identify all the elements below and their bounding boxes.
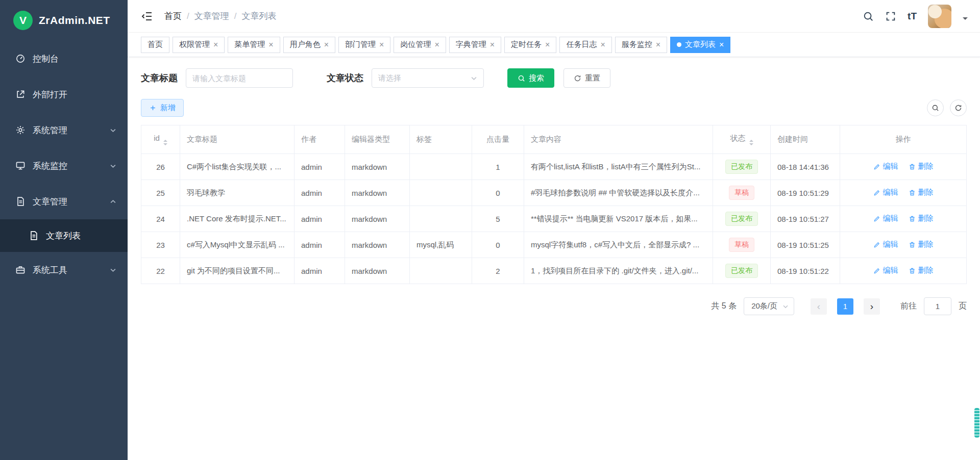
tab-label: 服务监控 <box>622 40 652 49</box>
sidebar-item-system-tools[interactable]: 系统工具 <box>0 252 128 288</box>
tab-close-icon[interactable]: × <box>656 41 660 49</box>
editor-cell: markdown <box>345 154 410 180</box>
delete-button[interactable]: 删除 <box>909 266 934 275</box>
tab-close-icon[interactable]: × <box>545 41 550 49</box>
tab-用户角色[interactable]: 用户角色× <box>283 37 335 53</box>
chevron-down-icon <box>782 303 789 310</box>
delete-button-label: 删除 <box>918 240 934 249</box>
article-status-select[interactable]: 请选择 <box>372 68 484 88</box>
tab-close-icon[interactable]: × <box>719 41 724 49</box>
pagination: 共 5 条 20条/页 ‹ 1 › 前往 页 <box>141 297 967 315</box>
tab-close-icon[interactable]: × <box>324 41 329 49</box>
tab-菜单管理[interactable]: 菜单管理× <box>228 37 280 53</box>
edit-button[interactable]: 编辑 <box>873 240 898 249</box>
tab-首页[interactable]: 首页 <box>141 37 169 53</box>
breadcrumb-home[interactable]: 首页 <box>164 10 182 22</box>
edit-icon <box>873 215 880 222</box>
sidebar-item-system-admin[interactable]: 系统管理 <box>0 112 128 148</box>
sidebar-item-article-admin[interactable]: 文章管理 <box>0 184 128 219</box>
editor-cell: markdown <box>345 258 410 284</box>
hits-cell: 0 <box>472 180 524 206</box>
edit-button-label: 编辑 <box>883 188 898 197</box>
prev-page-button[interactable]: ‹ <box>811 298 827 315</box>
tab-权限管理[interactable]: 权限管理× <box>173 37 225 53</box>
reset-button[interactable]: 重置 <box>564 68 610 88</box>
tab-close-icon[interactable]: × <box>379 41 384 49</box>
avatar[interactable] <box>928 5 951 28</box>
actions-cell: 编辑删除 <box>840 206 967 232</box>
tab-字典管理[interactable]: 字典管理× <box>449 37 501 53</box>
article-title-input[interactable] <box>186 68 293 88</box>
title-cell: C#两个list集合实现关联，... <box>180 154 295 180</box>
sidebar-item-external[interactable]: 外部打开 <box>0 76 128 112</box>
column-header-作者: 作者 <box>295 125 345 154</box>
editor-cell: markdown <box>345 206 410 232</box>
tab-label: 岗位管理 <box>400 40 431 49</box>
table-row: 25羽毛球教学adminmarkdown0#羽毛球拍参数说明 ## 中管软硬选择… <box>141 180 967 206</box>
toggle-search-button[interactable] <box>927 99 944 116</box>
title-cell: c#写入Mysql中文显示乱码 ... <box>180 232 295 258</box>
id-cell: 23 <box>141 232 180 258</box>
chevron-down-icon <box>471 75 477 82</box>
edit-button[interactable]: 编辑 <box>873 214 898 223</box>
tab-服务监控[interactable]: 服务监控× <box>615 37 667 53</box>
tab-文章列表[interactable]: 文章列表× <box>670 37 730 53</box>
breadcrumb-article-list: 文章列表 <box>241 10 276 22</box>
toolbox-icon <box>15 265 26 275</box>
sidebar-item-system-monitor[interactable]: 系统监控 <box>0 148 128 184</box>
fullscreen-icon[interactable] <box>885 11 896 22</box>
sidebar-fold-icon[interactable] <box>141 10 153 22</box>
delete-button[interactable]: 删除 <box>909 240 934 249</box>
search-icon[interactable] <box>863 11 874 22</box>
font-size-icon[interactable]: tT <box>908 11 917 21</box>
author-cell: admin <box>295 180 345 206</box>
tab-岗位管理[interactable]: 岗位管理× <box>394 37 446 53</box>
column-header-状态[interactable]: 状态 <box>713 125 771 154</box>
tab-close-icon[interactable]: × <box>490 41 495 49</box>
editor-cell: markdown <box>345 232 410 258</box>
edit-button[interactable]: 编辑 <box>873 162 898 171</box>
delete-button[interactable]: 删除 <box>909 214 934 223</box>
sidebar-item-label: 控制台 <box>33 53 116 65</box>
next-page-button[interactable]: › <box>864 298 880 315</box>
sort-caret-icon[interactable] <box>163 140 167 145</box>
breadcrumb-separator: / <box>187 11 189 21</box>
hits-cell: 5 <box>472 206 524 232</box>
tab-定时任务[interactable]: 定时任务× <box>504 37 556 53</box>
add-button[interactable]: 新增 <box>141 99 184 117</box>
page-number-1[interactable]: 1 <box>837 298 853 315</box>
breadcrumb-article-admin[interactable]: 文章管理 <box>194 10 229 22</box>
tab-label: 文章列表 <box>685 40 716 49</box>
tab-close-icon[interactable]: × <box>600 41 605 49</box>
goto-page-input[interactable] <box>924 297 951 315</box>
tab-close-icon[interactable]: × <box>434 41 439 49</box>
scrollbar-thumb[interactable] <box>974 408 979 438</box>
tags-cell <box>410 258 472 284</box>
tab-close-icon[interactable]: × <box>268 41 273 49</box>
edit-button-label: 编辑 <box>883 162 898 171</box>
search-button[interactable]: 搜索 <box>507 68 554 88</box>
search-icon <box>518 74 525 82</box>
tab-部门管理[interactable]: 部门管理× <box>338 37 390 53</box>
page-size-select[interactable]: 20条/页 <box>744 297 794 315</box>
title-cell: 羽毛球教学 <box>180 180 295 206</box>
edit-button[interactable]: 编辑 <box>873 266 898 275</box>
edit-button[interactable]: 编辑 <box>873 188 898 197</box>
refresh-table-button[interactable] <box>950 99 967 116</box>
column-header-id[interactable]: id <box>141 125 180 154</box>
created-cell: 08-18 14:41:36 <box>771 154 840 180</box>
delete-button[interactable]: 删除 <box>909 162 934 171</box>
delete-button[interactable]: 删除 <box>909 188 934 197</box>
tab-任务日志[interactable]: 任务日志× <box>559 37 611 53</box>
tab-close-icon[interactable]: × <box>213 41 218 49</box>
dashboard-icon <box>15 54 26 64</box>
user-menu-caret-icon[interactable] <box>963 17 968 22</box>
status-badge: 草稿 <box>729 238 754 252</box>
sidebar-item-dashboard[interactable]: 控制台 <box>0 41 128 76</box>
sort-caret-icon[interactable] <box>749 140 753 145</box>
sidebar-item-article-list[interactable]: 文章列表 <box>0 219 128 252</box>
document-icon <box>15 196 26 207</box>
delete-icon <box>909 241 916 248</box>
breadcrumb-separator: / <box>234 11 237 21</box>
tab-label: 部门管理 <box>345 40 376 49</box>
